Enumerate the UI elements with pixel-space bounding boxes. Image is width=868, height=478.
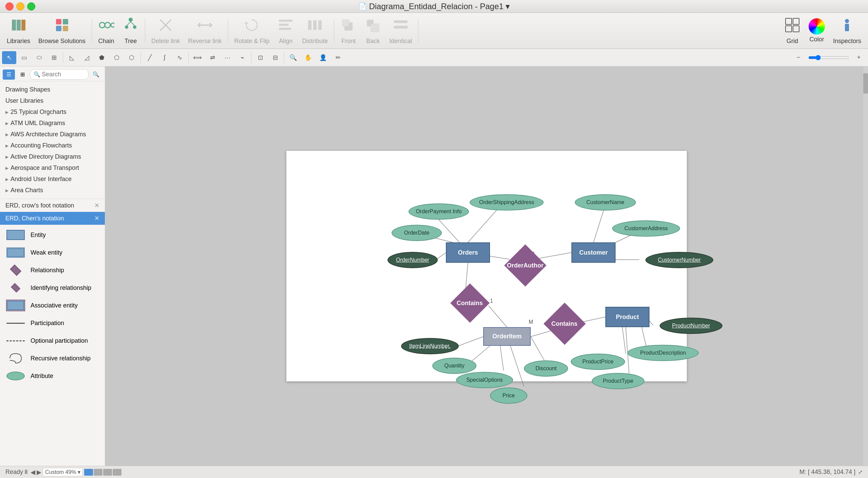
view-mode-1[interactable] — [84, 469, 93, 476]
entity-customer[interactable]: Customer — [571, 242, 616, 263]
shape-identifying-relationship[interactable]: Identifying relationship — [0, 279, 105, 297]
tool-t4[interactable]: ⬠ — [110, 51, 124, 64]
curve-tool[interactable]: ∫ — [157, 51, 172, 64]
sidebar-grid-view[interactable]: ⊞ — [16, 69, 29, 80]
identical-button[interactable]: Identical — [386, 16, 415, 46]
view-mode-4[interactable] — [113, 469, 121, 476]
attr-ordernumber[interactable]: OrderNumber — [388, 252, 438, 268]
zoom-in-tool[interactable]: 🔍 — [286, 51, 300, 64]
attr-customername[interactable]: CustomerName — [575, 194, 636, 211]
page-prev-arrow[interactable]: ◀ — [31, 469, 35, 476]
zoom-slider[interactable] — [808, 55, 849, 60]
tree-button[interactable]: Tree — [119, 16, 142, 46]
sidebar-list-view[interactable]: ☰ — [3, 69, 15, 80]
tool-t2[interactable]: ◿ — [80, 51, 94, 64]
distribute-button[interactable]: Distribute — [299, 16, 331, 46]
attr-productdescription[interactable]: ProductDescription — [627, 345, 699, 361]
zoom-in-button[interactable]: + — [852, 51, 866, 64]
attr-specialoptions[interactable]: SpecialOptions — [456, 372, 513, 388]
attr-quantity[interactable]: Quantity — [432, 358, 476, 374]
sidebar-item-orgcharts[interactable]: ▶ 25 Typical Orgcharts — [0, 106, 105, 118]
rotate-flip-button[interactable]: Rotate & Flip — [231, 16, 273, 46]
sidebar-item-drawing-shapes[interactable]: Drawing Shapes — [0, 84, 105, 95]
close-chen[interactable]: ✕ — [94, 215, 99, 222]
zoom-select[interactable]: Custom 49% ▾ — [43, 468, 83, 476]
rect-tool[interactable]: ▭ — [17, 51, 31, 64]
attr-customeraddress[interactable]: CustomerAddress — [612, 220, 680, 237]
canvas[interactable]: M 1 1 M 1 1 Orders Customer Product — [286, 151, 687, 381]
shape-associative-entity[interactable]: Associative entity — [0, 297, 105, 314]
pan-tool[interactable]: ✋ — [301, 51, 315, 64]
libraries-button[interactable]: Libraries — [3, 16, 34, 46]
sidebar-item-active-directory[interactable]: ▶ Active Directory Diagrams — [0, 151, 105, 162]
rel-contains2[interactable]: Contains — [544, 303, 586, 345]
reverse-link-button[interactable]: Reverse link — [185, 16, 225, 46]
entity-orderitem[interactable]: OrderItem — [483, 327, 531, 346]
search-input[interactable] — [42, 71, 85, 78]
page-next-arrow[interactable]: ▶ — [37, 469, 41, 476]
page-prev-button[interactable]: ⏸ — [23, 469, 29, 476]
attr-orderdate[interactable]: OrderDate — [392, 225, 442, 241]
ellipse-tool[interactable]: ⬭ — [32, 51, 46, 64]
attr-price[interactable]: Price — [490, 387, 527, 404]
vertical-scrollbar[interactable] — [863, 66, 868, 466]
rel-orderauthor[interactable]: OrderAuthor — [504, 244, 546, 286]
table-tool[interactable]: ⊞ — [47, 51, 61, 64]
attr-orderpayment[interactable]: OrderPayment Info — [409, 203, 469, 220]
shape-attribute[interactable]: Attribute — [0, 367, 105, 385]
attr-customernumber[interactable]: CustomerNumber — [645, 252, 713, 268]
grid-button[interactable]: Grid — [781, 16, 804, 46]
line-tool[interactable]: ╱ — [143, 51, 157, 64]
rel-contains1[interactable]: Contains — [450, 283, 490, 323]
shape-entity[interactable]: Entity — [0, 226, 105, 244]
sidebar-item-area-charts[interactable]: ▶ Area Charts — [0, 185, 105, 196]
scrollbar-thumb[interactable] — [863, 73, 868, 94]
subgroup-tool[interactable]: ⊟ — [268, 51, 282, 64]
zoom-out-button[interactable]: − — [791, 51, 806, 64]
group-tool[interactable]: ⊡ — [253, 51, 267, 64]
sidebar-item-aws[interactable]: ▶ AWS Architecture Diagrams — [0, 129, 105, 140]
shape-participation[interactable]: Participation — [0, 314, 105, 332]
attr-productprice[interactable]: ProductPrice — [571, 354, 625, 370]
align-button[interactable]: Align — [274, 16, 297, 46]
delete-link-button[interactable]: Delete link — [148, 16, 183, 46]
browse-solutions-button[interactable]: Browse Solutions — [35, 16, 89, 46]
attr-producttype[interactable]: ProductType — [592, 373, 644, 389]
sidebar-item-android[interactable]: ▶ Android User Interface — [0, 174, 105, 185]
sidebar-item-user-libraries[interactable]: User Libraries — [0, 95, 105, 106]
bezier-tool[interactable]: ∿ — [172, 51, 187, 64]
sidebar-item-aerospace[interactable]: ▶ Aerospace and Transport — [0, 162, 105, 174]
select-tool[interactable]: ↖ — [2, 51, 16, 64]
expand-button[interactable]: ⤢ — [858, 469, 863, 475]
sidebar-item-atm-uml[interactable]: ▶ ATM UML Diagrams — [0, 118, 105, 129]
shape-optional-participation[interactable]: Optional participation — [0, 332, 105, 350]
tool-t5[interactable]: ⬡ — [125, 51, 139, 64]
conn-tool-1[interactable]: ⟺ — [190, 51, 205, 64]
attr-ordershipping[interactable]: OrderShippingAddress — [470, 194, 544, 211]
view-mode-3[interactable] — [103, 469, 112, 476]
sidebar-search-button[interactable]: 🔍 — [90, 69, 102, 80]
front-button[interactable]: Front — [337, 16, 360, 46]
minimize-button[interactable] — [16, 2, 24, 11]
shape-relationship[interactable]: Relationship — [0, 261, 105, 279]
pen-tool[interactable]: ✏ — [331, 51, 345, 64]
back-button[interactable]: Back — [361, 16, 384, 46]
attr-discount[interactable]: Discount — [524, 360, 568, 377]
person-tool[interactable]: 👤 — [316, 51, 330, 64]
conn-tool-3[interactable]: ⋯ — [220, 51, 234, 64]
dropdown-arrow[interactable]: ▾ — [506, 2, 510, 11]
inspectors-button[interactable]: Inspectors — [830, 16, 865, 46]
shape-recursive-relationship[interactable]: Recursive relationship — [0, 350, 105, 367]
library-crowfoot[interactable]: ERD, crow's foot notation ✕ — [0, 199, 105, 212]
entity-product[interactable]: Product — [605, 307, 649, 327]
maximize-button[interactable] — [27, 2, 35, 11]
color-button[interactable]: Color — [805, 16, 828, 46]
tool-t1[interactable]: ◺ — [65, 51, 79, 64]
view-mode-2[interactable] — [94, 469, 102, 476]
shape-weak-entity[interactable]: Weak entity — [0, 244, 105, 261]
close-crowfoot[interactable]: ✕ — [94, 202, 99, 209]
conn-tool-2[interactable]: ⇌ — [205, 51, 220, 64]
sidebar-item-accounting[interactable]: ▶ Accounting Flowcharts — [0, 140, 105, 151]
close-button[interactable] — [5, 2, 14, 11]
chain-button[interactable]: Chain — [95, 16, 118, 46]
